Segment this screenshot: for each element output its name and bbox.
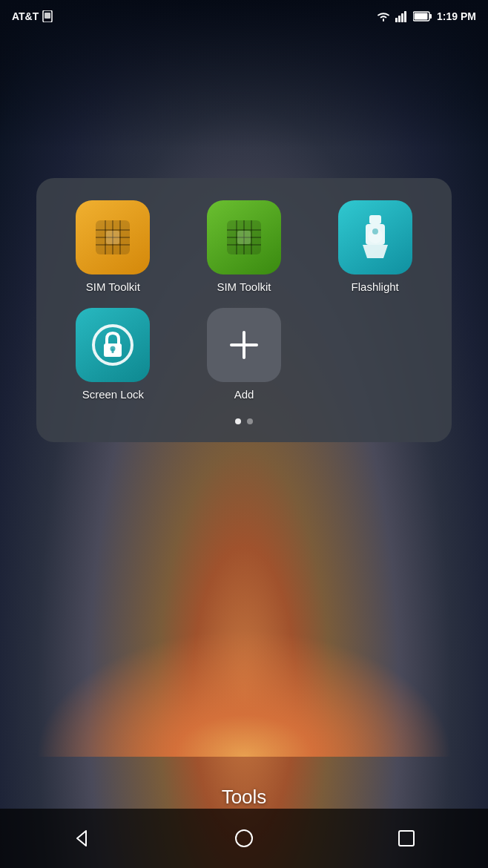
home-icon xyxy=(234,828,254,849)
svg-rect-37 xyxy=(399,831,414,846)
app-item-flashlight[interactable]: Flashlight xyxy=(313,200,437,293)
svg-marker-35 xyxy=(77,831,86,846)
svg-rect-2 xyxy=(395,18,398,22)
svg-rect-24 xyxy=(237,231,251,244)
app-item-sim-toolkit-1[interactable]: SIM Toolkit xyxy=(51,200,175,293)
app-item-screen-lock[interactable]: Screen Lock xyxy=(51,308,175,401)
lock-svg xyxy=(90,323,135,367)
battery-icon xyxy=(413,11,432,22)
page-indicators xyxy=(51,418,437,424)
bottom-nav xyxy=(0,809,488,868)
carrier-label: AT&T xyxy=(12,10,39,22)
app-grid: SIM Toolkit SIM Toolkit xyxy=(51,200,437,401)
folder-title: Tools xyxy=(222,786,267,809)
sim-toolkit-2-icon xyxy=(207,200,281,274)
time-label: 1:19 PM xyxy=(437,10,476,22)
add-app-icon xyxy=(207,308,281,382)
svg-rect-7 xyxy=(429,14,432,19)
svg-rect-16 xyxy=(106,231,119,244)
signal-icon xyxy=(395,10,409,22)
sim-toolkit-2-label: SIM Toolkit xyxy=(217,280,271,293)
svg-rect-32 xyxy=(112,349,114,353)
folder-panel: SIM Toolkit SIM Toolkit xyxy=(36,178,452,442)
svg-rect-8 xyxy=(415,13,428,20)
page-dot-1[interactable] xyxy=(235,418,241,424)
flashlight-app-icon xyxy=(338,200,412,274)
recent-icon xyxy=(397,829,416,848)
svg-rect-5 xyxy=(404,11,406,22)
add-svg xyxy=(225,326,263,364)
svg-rect-3 xyxy=(398,16,400,22)
home-button[interactable] xyxy=(225,820,263,857)
back-button[interactable] xyxy=(63,820,100,857)
status-bar: AT&T 1:19 PM xyxy=(0,0,488,30)
app-item-sim-toolkit-2[interactable]: SIM Toolkit xyxy=(182,200,306,293)
wifi-icon xyxy=(376,10,391,22)
svg-rect-4 xyxy=(401,13,403,22)
screen-lock-label: Screen Lock xyxy=(82,388,144,401)
status-left: AT&T xyxy=(12,10,53,22)
back-icon xyxy=(71,828,92,849)
status-right: 1:19 PM xyxy=(376,10,476,22)
sim-status-icon xyxy=(42,10,53,22)
svg-point-36 xyxy=(236,830,252,846)
screen-lock-icon xyxy=(76,308,150,382)
svg-rect-1 xyxy=(44,13,50,19)
add-label: Add xyxy=(234,388,254,401)
sim-chip-1-svg xyxy=(90,214,136,260)
flashlight-svg xyxy=(357,215,394,260)
flashlight-label: Flashlight xyxy=(352,280,399,293)
sim-chip-2-svg xyxy=(221,214,267,260)
sim-toolkit-1-icon xyxy=(76,200,150,274)
app-item-add[interactable]: Add xyxy=(182,308,306,401)
svg-rect-25 xyxy=(369,215,381,224)
recent-button[interactable] xyxy=(388,820,425,857)
svg-point-28 xyxy=(372,228,378,234)
sim-toolkit-1-label: SIM Toolkit xyxy=(86,280,140,293)
page-dot-2[interactable] xyxy=(247,418,253,424)
